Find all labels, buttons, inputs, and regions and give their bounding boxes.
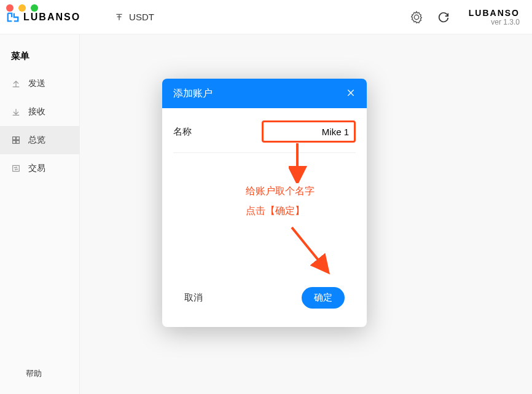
download-icon — [11, 107, 21, 117]
currency-selector[interactable]: USDT — [114, 12, 154, 22]
close-window-icon[interactable] — [6, 4, 14, 12]
app-header: LUBANSO USDT LUBANSO ver 1.3.0 — [0, 0, 532, 34]
account-name-label: 名称 — [173, 126, 192, 138]
close-icon — [346, 88, 356, 98]
window-controls — [6, 4, 38, 12]
brand-logo: LUBANSO — [6, 10, 80, 24]
add-account-modal: 添加账户 名称 取消 确定 — [162, 79, 367, 327]
currency-label: USDT — [129, 12, 154, 22]
annotation-highlight-box — [262, 120, 356, 143]
brand-version: LUBANSO ver 1.3.0 — [469, 8, 520, 26]
sidebar-item-send[interactable]: 发送 — [0, 69, 79, 98]
maximize-window-icon[interactable] — [31, 4, 38, 12]
sidebar-help[interactable]: 帮助 — [0, 357, 79, 394]
cancel-button[interactable]: 取消 — [184, 292, 203, 304]
confirm-button[interactable]: 确定 — [302, 287, 345, 309]
modal-footer: 取消 确定 — [162, 276, 367, 327]
sidebar-menu-title: 菜单 — [0, 45, 79, 69]
account-name-row: 名称 — [173, 120, 356, 153]
brand-right-text: LUBANSO — [469, 8, 520, 18]
tether-icon — [114, 12, 124, 22]
sidebar-item-label: 总览 — [28, 135, 45, 146]
modal-header: 添加账户 — [162, 79, 367, 108]
account-name-input[interactable] — [264, 122, 353, 141]
lubanso-logo-icon — [6, 10, 20, 24]
minimize-window-icon[interactable] — [18, 4, 26, 12]
sidebar-item-overview[interactable]: 总览 — [0, 126, 79, 154]
refresh-icon — [437, 10, 450, 24]
upload-icon — [11, 79, 21, 89]
sidebar-item-label: 交易 — [28, 163, 45, 174]
grid-icon — [11, 135, 21, 145]
sidebar-item-label: 发送 — [28, 78, 45, 89]
sidebar: 菜单 发送 接收 总览 交易 帮助 — [0, 34, 80, 394]
swap-icon — [11, 164, 21, 173]
version-text: ver 1.3.0 — [469, 18, 520, 26]
sidebar-item-receive[interactable]: 接收 — [0, 98, 79, 126]
modal-title: 添加账户 — [173, 87, 213, 100]
modal-close-button[interactable] — [346, 87, 356, 101]
settings-button[interactable] — [409, 9, 424, 25]
gear-icon — [410, 10, 423, 24]
brand-text: LUBANSO — [23, 12, 80, 23]
refresh-button[interactable] — [436, 9, 452, 25]
sidebar-item-transactions[interactable]: 交易 — [0, 154, 79, 183]
sidebar-item-label: 接收 — [28, 106, 45, 117]
